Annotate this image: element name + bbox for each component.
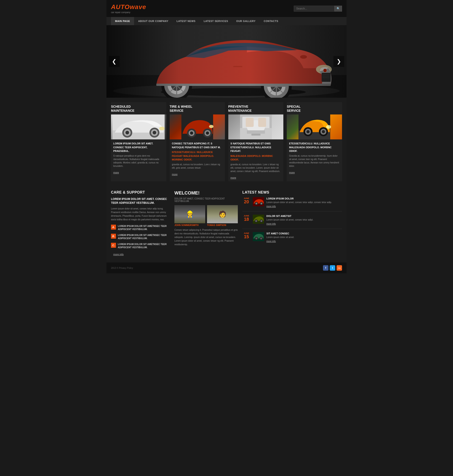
- logo-area: AUTOwave car repair company: [111, 3, 146, 14]
- news-headline-2: DOLOR SIT AMETSIT: [266, 215, 342, 217]
- svg-point-15: [271, 81, 282, 92]
- search-input[interactable]: [294, 6, 334, 12]
- service-headline-1: LOREM IPSUM DOLOR SIT AMET. CONSEC TEER …: [113, 142, 164, 153]
- care-intro: LOREM IPSUM DOLOR SIT AMET. CONSEC TEER …: [111, 197, 170, 205]
- logo-wave: wave: [130, 3, 146, 10]
- svg-point-63: [326, 125, 331, 129]
- nav-gallery[interactable]: OUR GALLERY: [232, 17, 260, 25]
- svg-point-78: [260, 238, 262, 239]
- service-title-2: TIRE & WHEELSERVICE: [170, 102, 225, 115]
- logo-text: AUTOwave: [111, 3, 146, 11]
- news-content-3: SIT AMET CONSEC Lorem ipsum dolor sit am…: [266, 232, 342, 243]
- news-content-1: LOREM IPSUM DOLOR Lorem ipsum dolor sit …: [266, 197, 342, 208]
- nav-latest-services[interactable]: LATEST SERVICES: [199, 17, 232, 25]
- rss-icon[interactable]: rss: [337, 265, 342, 271]
- welcome-subtitle: DOLOR SIT AMET, CONSEC TEER ADIPISCENT V…: [174, 197, 238, 202]
- care-more-link[interactable]: more info: [111, 252, 126, 258]
- svg-point-14: [267, 77, 285, 95]
- footer: 2013 © Privacy Policy f t rss: [106, 262, 347, 273]
- care-letter-a: A.: [111, 225, 116, 230]
- team-photo-1: 👷: [174, 205, 205, 223]
- svg-point-66: [255, 203, 257, 204]
- service-more-2[interactable]: more: [170, 172, 180, 178]
- service-interior-svg: [228, 115, 283, 139]
- care-item-b: B. LOREM IPSUM DOLOR SIT AMETNSEC TEER A…: [111, 234, 170, 240]
- news-thumb-1: [253, 197, 264, 206]
- svg-rect-26: [156, 84, 331, 86]
- care-item-text-a: LOREM IPSUM DOLOR SIT AMETNSEC TEER ADIP…: [118, 225, 170, 231]
- facebook-icon[interactable]: f: [323, 265, 328, 271]
- welcome-description: Consec tetuer adipiscing it. Praesebul n…: [174, 228, 238, 246]
- care-support-section: CARE & SUPPORT LOREM IPSUM DOLOR SIT AME…: [111, 190, 170, 258]
- svg-rect-0: [106, 25, 347, 98]
- news-headline-3: SIT AMET CONSEC: [266, 232, 342, 235]
- nav-latest-news[interactable]: LATEST NEWS: [173, 17, 200, 25]
- hero-slider: ❮: [106, 25, 347, 98]
- care-item-text-b: LOREM IPSUM DOLOR SIT AMETNSEC TEER ADIP…: [118, 234, 170, 240]
- svg-line-19: [270, 80, 283, 93]
- news-title: LATEST NEWS: [242, 190, 342, 195]
- news-more-2[interactable]: more info: [266, 223, 276, 225]
- svg-point-37: [153, 131, 156, 134]
- svg-point-73: [261, 220, 262, 222]
- service-car-svg-4: [287, 115, 342, 139]
- team-member-2: 🧑 TOMAS SIMPSON: [207, 205, 238, 226]
- service-title-3: PREVENTIVEMAINTENANCE: [228, 102, 283, 115]
- nav-main-page[interactable]: MAIN PAGE: [111, 17, 134, 25]
- svg-point-29: [323, 69, 327, 72]
- svg-point-76: [255, 238, 257, 239]
- svg-rect-54: [258, 118, 266, 127]
- news-body-1: Lorem ipsum dolor sit amet, consec tetur…: [266, 201, 342, 204]
- service-more-3[interactable]: more: [228, 175, 239, 181]
- svg-point-45: [206, 131, 209, 135]
- nav-about[interactable]: ABOUT OUR COMPANY: [134, 17, 173, 25]
- svg-point-71: [255, 220, 257, 222]
- care-item-c: C. LOREM IPSUM DOLOR SIT AMETNSEC TEER A…: [111, 243, 170, 249]
- news-thumb-3: [253, 232, 264, 241]
- news-day-2: 18: [242, 217, 250, 222]
- news-date-2: june 18: [242, 215, 250, 222]
- service-headline-orange-3: Malesuada odiopolo. Morbnc odiof,: [231, 154, 281, 162]
- service-card-3: PREVENTIVEMAINTENANCE S NATOQUE PENATIBU…: [228, 102, 283, 181]
- twitter-icon[interactable]: t: [330, 265, 335, 271]
- svg-point-20: [316, 65, 332, 74]
- svg-point-28: [300, 55, 307, 59]
- news-car-svg-3: [253, 232, 264, 241]
- slider-prev-button[interactable]: ❮: [109, 56, 120, 67]
- service-content-1: LOREM IPSUM DOLOR SIT AMET. CONSEC TEER …: [111, 139, 166, 170]
- service-car-svg-1: [111, 115, 166, 139]
- care-item-a: A. LOREM IPSUM DOLOR SIT AMETNSEC TEER A…: [111, 225, 170, 231]
- news-more-1[interactable]: more info: [266, 205, 276, 208]
- service-headline-4: ETESSETUIDICULU. NULLADUICE Malesuada od…: [289, 142, 340, 153]
- slider-next-button[interactable]: ❯: [333, 56, 344, 67]
- news-more-3[interactable]: more info: [266, 240, 276, 243]
- service-more-4[interactable]: more: [287, 170, 297, 176]
- news-day-3: 15: [242, 234, 250, 239]
- service-card-1: SCHEDULEDMAINTENANCE LOREM IPSUM DOLOR S…: [111, 102, 166, 181]
- footer-copyright: 2013 © Privacy Policy: [111, 267, 133, 269]
- bottom-section: CARE & SUPPORT LOREM IPSUM DOLOR SIT AME…: [106, 186, 347, 263]
- svg-point-38: [159, 127, 165, 130]
- care-body: Lorem ipsum dolor sit amet, consec tetur…: [111, 207, 170, 222]
- team-member-1: 👷 JOHN SOMMERSMITH: [174, 205, 205, 226]
- svg-line-18: [270, 80, 283, 93]
- svg-point-5: [164, 73, 189, 98]
- svg-point-4: [161, 70, 192, 98]
- svg-rect-51: [247, 130, 265, 134]
- news-day-1: 20: [242, 200, 250, 204]
- search-button[interactable]: 🔍: [334, 6, 342, 12]
- service-more-1[interactable]: more: [111, 170, 121, 176]
- services-section: SCHEDULEDMAINTENANCE LOREM IPSUM DOLOR S…: [106, 98, 347, 186]
- service-body-4: Gravida at, cursus na loruodemernip. Isu…: [289, 154, 340, 168]
- search-box: 🔍: [294, 6, 342, 12]
- news-item-2: june 18 DOLOR SIT AMETSIT Lorem ipsum do…: [242, 215, 342, 229]
- svg-point-34: [126, 131, 129, 134]
- service-card-4: SPECIALSERVICE ETESSETUIDICULU. NULLADUI…: [287, 102, 342, 181]
- news-headline-1: LOREM IPSUM DOLOR: [266, 197, 342, 200]
- service-body-3: gravida at, cursus na loruodem. Lore c t…: [231, 163, 281, 173]
- main-nav: MAIN PAGE ABOUT OUR COMPANY LATEST NEWS …: [106, 17, 347, 25]
- news-item-1: june 20 LOREM IPSUM DOLOR Lorem ipsum do…: [242, 197, 342, 211]
- care-letter-b: B.: [111, 234, 116, 239]
- latest-news-section: LATEST NEWS june 20 LOREM IPSUM DOLOR Lo…: [242, 190, 342, 258]
- nav-contacts[interactable]: CONTACTS: [260, 17, 282, 25]
